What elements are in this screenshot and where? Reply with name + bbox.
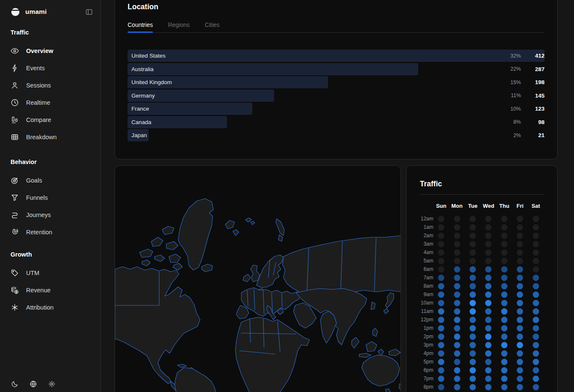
heatmap-dot [485,258,491,264]
gear-button[interactable] [48,380,56,388]
grid-table-icon [11,133,19,141]
heatmap-dot [501,249,507,256]
sidebar-item-utm[interactable]: UTM [11,264,101,281]
heatmap-hour-label: 5am [420,257,433,265]
heatmap-cell [481,240,496,248]
heatmap-dot [517,266,523,273]
heatmap-cell [497,240,512,248]
heatmap-cell [512,215,528,223]
heatmap-dot [517,241,523,247]
country-row[interactable]: France10%123 [128,102,545,116]
sidebar-item-goals[interactable]: Goals [11,172,101,189]
heatmap-dot [470,275,476,281]
heatmap-cell [481,349,496,358]
heatmap-dot [454,258,460,264]
heatmap-cell [528,240,544,248]
heatmap-dot [533,350,539,357]
heatmap-cell [449,240,465,248]
moon-icon [11,383,19,389]
heatmap-cell [528,257,544,265]
sidebar-item-retention[interactable]: Retention [11,223,101,241]
heatmap-dot [438,233,444,239]
heatmap-dot [501,367,507,373]
heatmap-dot [533,317,539,323]
country-row[interactable]: Japan2%21 [128,129,545,142]
heatmap-row: 1pm [420,324,544,332]
tab-countries[interactable]: Countries [128,21,153,32]
tab-regions[interactable]: Regions [168,21,190,32]
heatmap-hour-label: 6am [420,265,433,273]
world-map[interactable] [115,166,401,392]
heatmap-dot [485,224,491,230]
heatmap-dot [470,367,476,373]
heatmap-row: 10am [420,299,544,307]
heatmap-cell [449,307,465,315]
heatmap-dot [470,350,476,357]
country-name: United States [128,53,491,59]
heatmap-hour-label: 10am [420,299,433,307]
country-row[interactable]: Australia22%287 [128,63,545,76]
sidebar-item-overview[interactable]: Overview [11,42,101,59]
heatmap-cell [497,366,512,374]
heatmap-dot [517,249,523,256]
heatmap-cell [465,383,481,391]
heatmap-dot [454,325,460,331]
heatmap-cell [497,315,512,324]
heatmap-dot [533,249,539,256]
heatmap-dot [517,376,523,382]
heatmap-cell [481,248,496,257]
heatmap-hour-label: 9am [420,290,433,299]
heatmap-cell [512,299,528,307]
country-value: 198 [521,79,545,85]
sidebar-item-revenue[interactable]: Revenue [11,281,101,299]
country-percent: 10% [491,106,521,112]
country-row[interactable]: Germany11%145 [128,89,545,103]
heatmap-row: 11am [420,307,544,315]
heatmap-dot [470,266,476,273]
heatmap-cell [449,248,465,257]
heatmap-cell [497,273,512,282]
heatmap-hour-label: 2pm [420,332,433,341]
heatmap-cell [528,307,544,315]
tab-cities[interactable]: Cities [205,21,219,32]
heatmap-cell [512,324,528,332]
panel-collapse-icon [85,8,93,16]
country-row[interactable]: United Kingdom15%198 [128,76,545,89]
heatmap-day-label: Wed [481,202,496,210]
heatmap-cell [449,215,465,223]
sidebar-item-funnels[interactable]: Funnels [11,189,101,206]
heatmap-cell [528,341,544,349]
sidebar-item-compare[interactable]: Compare [11,111,101,128]
heatmap-dot [485,216,491,222]
heatmap-cell [497,223,512,231]
heatmap-dot [485,241,491,247]
heatmap-row: 5pm [420,358,544,366]
heatmap-dot [501,376,507,382]
heatmap-cell [433,215,449,223]
heatmap-dot [454,308,460,315]
sidebar-item-label: Revenue [26,287,51,294]
heatmap-day-header: SunMonTueWedThuFriSat [420,202,544,210]
sidebar-item-events[interactable]: Events [11,59,101,77]
heatmap-dot [485,266,491,273]
heatmap-cell [433,282,449,290]
country-value: 21 [521,132,545,138]
heatmap-dot [454,317,460,323]
sidebar-item-journeys[interactable]: Journeys [11,206,101,223]
heatmap-dot [454,291,460,298]
sidebar-item-realtime[interactable]: Realtime [11,94,101,111]
heatmap-dot [454,233,460,239]
moon-button[interactable] [11,380,19,388]
country-row[interactable]: United States32%412 [128,49,545,63]
sidebar-item-breakdown[interactable]: Breakdown [11,128,101,146]
heatmap-dot [438,317,444,323]
sidebar-item-attribution[interactable]: Attribution [11,299,101,316]
sidebar-collapse-button[interactable] [85,8,93,16]
heatmap-cell [512,374,528,383]
country-row[interactable]: Canada8%98 [128,116,545,129]
heatmap-cell [481,307,496,315]
globe-button[interactable] [29,380,37,388]
heatmap-cell [449,366,465,374]
sidebar-item-label: Events [26,65,45,72]
sidebar-item-sessions[interactable]: Sessions [11,77,101,94]
